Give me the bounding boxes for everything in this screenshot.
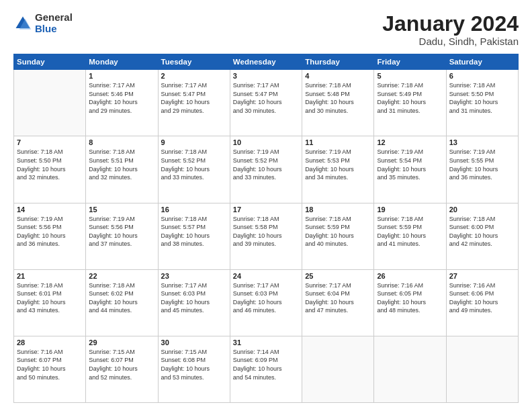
calendar-cell: 13Sunrise: 7:19 AM Sunset: 5:55 PM Dayli… [446, 136, 518, 203]
day-number: 31 [233, 338, 299, 347]
calendar-cell: 22Sunrise: 7:18 AM Sunset: 6:02 PM Dayli… [86, 269, 158, 336]
calendar-week-row: 14Sunrise: 7:19 AM Sunset: 5:56 PM Dayli… [14, 203, 519, 269]
day-info: Sunrise: 7:19 AM Sunset: 5:52 PM Dayligh… [233, 148, 299, 181]
day-number: 9 [161, 138, 227, 146]
calendar-title: January 2024 [382, 12, 519, 36]
day-number: 8 [89, 138, 154, 146]
day-info: Sunrise: 7:15 AM Sunset: 6:07 PM Dayligh… [89, 348, 154, 381]
day-info: Sunrise: 7:19 AM Sunset: 5:54 PM Dayligh… [377, 148, 443, 181]
calendar-cell: 15Sunrise: 7:19 AM Sunset: 5:56 PM Dayli… [86, 203, 158, 269]
calendar-header-row: SundayMondayTuesdayWednesdayThursdayFrid… [14, 54, 519, 70]
day-info: Sunrise: 7:18 AM Sunset: 5:48 PM Dayligh… [305, 81, 371, 115]
calendar-cell: 19Sunrise: 7:18 AM Sunset: 5:59 PM Dayli… [374, 203, 446, 269]
calendar-location: Dadu, Sindh, Pakistan [382, 36, 519, 47]
calendar-cell: 10Sunrise: 7:19 AM Sunset: 5:52 PM Dayli… [230, 136, 302, 203]
calendar-cell: 1Sunrise: 7:17 AM Sunset: 5:46 PM Daylig… [86, 70, 158, 136]
day-info: Sunrise: 7:18 AM Sunset: 5:59 PM Dayligh… [377, 215, 443, 248]
day-number: 26 [377, 272, 443, 280]
day-number: 21 [17, 272, 83, 280]
calendar-cell [446, 336, 518, 402]
day-info: Sunrise: 7:17 AM Sunset: 5:46 PM Dayligh… [89, 81, 154, 115]
day-info: Sunrise: 7:17 AM Sunset: 5:47 PM Dayligh… [233, 81, 299, 115]
calendar-cell: 24Sunrise: 7:17 AM Sunset: 6:03 PM Dayli… [230, 269, 302, 336]
calendar-header-monday: Monday [86, 54, 158, 70]
day-info: Sunrise: 7:19 AM Sunset: 5:53 PM Dayligh… [305, 148, 371, 181]
day-number: 4 [305, 72, 371, 80]
day-number: 10 [233, 138, 299, 146]
calendar-cell: 7Sunrise: 7:18 AM Sunset: 5:50 PM Daylig… [14, 136, 86, 203]
calendar-cell [14, 70, 86, 136]
logo-blue-text: Blue [35, 24, 73, 35]
day-number: 13 [449, 138, 515, 146]
calendar-cell: 4Sunrise: 7:18 AM Sunset: 5:48 PM Daylig… [302, 70, 374, 136]
day-number: 28 [17, 338, 83, 347]
day-number: 16 [161, 205, 227, 214]
calendar-cell: 27Sunrise: 7:16 AM Sunset: 6:06 PM Dayli… [446, 269, 518, 336]
day-number: 6 [449, 72, 515, 80]
day-info: Sunrise: 7:18 AM Sunset: 5:50 PM Dayligh… [17, 148, 83, 181]
day-number: 12 [377, 138, 443, 146]
day-info: Sunrise: 7:16 AM Sunset: 6:07 PM Dayligh… [17, 348, 83, 381]
calendar-week-row: 7Sunrise: 7:18 AM Sunset: 5:50 PM Daylig… [14, 136, 519, 203]
day-number: 7 [17, 138, 83, 146]
day-info: Sunrise: 7:18 AM Sunset: 5:58 PM Dayligh… [233, 215, 299, 248]
day-info: Sunrise: 7:16 AM Sunset: 6:05 PM Dayligh… [377, 281, 443, 315]
calendar-cell: 12Sunrise: 7:19 AM Sunset: 5:54 PM Dayli… [374, 136, 446, 203]
calendar-header-saturday: Saturday [446, 54, 518, 70]
day-number: 11 [305, 138, 371, 146]
calendar-week-row: 1Sunrise: 7:17 AM Sunset: 5:46 PM Daylig… [14, 70, 519, 136]
day-info: Sunrise: 7:16 AM Sunset: 6:06 PM Dayligh… [449, 281, 515, 315]
day-info: Sunrise: 7:18 AM Sunset: 5:50 PM Dayligh… [449, 81, 515, 115]
day-info: Sunrise: 7:14 AM Sunset: 6:09 PM Dayligh… [233, 348, 299, 381]
day-info: Sunrise: 7:18 AM Sunset: 5:59 PM Dayligh… [305, 215, 371, 248]
calendar-cell: 9Sunrise: 7:18 AM Sunset: 5:52 PM Daylig… [158, 136, 230, 203]
title-block: January 2024 Dadu, Sindh, Pakistan [382, 12, 519, 47]
logo-text: General Blue [35, 12, 73, 34]
calendar-cell: 17Sunrise: 7:18 AM Sunset: 5:58 PM Dayli… [230, 203, 302, 269]
calendar-cell: 8Sunrise: 7:18 AM Sunset: 5:51 PM Daylig… [86, 136, 158, 203]
calendar-table: SundayMondayTuesdayWednesdayThursdayFrid… [13, 54, 519, 403]
calendar-cell: 29Sunrise: 7:15 AM Sunset: 6:07 PM Dayli… [86, 336, 158, 402]
day-number: 1 [89, 72, 154, 80]
calendar-header-sunday: Sunday [14, 54, 86, 70]
calendar-cell: 28Sunrise: 7:16 AM Sunset: 6:07 PM Dayli… [14, 336, 86, 402]
day-number: 20 [449, 205, 515, 214]
day-number: 27 [449, 272, 515, 280]
day-number: 22 [89, 272, 154, 280]
calendar-cell: 3Sunrise: 7:17 AM Sunset: 5:47 PM Daylig… [230, 70, 302, 136]
day-info: Sunrise: 7:18 AM Sunset: 5:49 PM Dayligh… [377, 81, 443, 115]
day-info: Sunrise: 7:15 AM Sunset: 6:08 PM Dayligh… [161, 348, 227, 381]
day-info: Sunrise: 7:18 AM Sunset: 5:57 PM Dayligh… [161, 215, 227, 248]
day-number: 24 [233, 272, 299, 280]
calendar-cell: 11Sunrise: 7:19 AM Sunset: 5:53 PM Dayli… [302, 136, 374, 203]
page: General Blue January 2024 Dadu, Sindh, P… [0, 0, 532, 411]
day-info: Sunrise: 7:18 AM Sunset: 6:00 PM Dayligh… [449, 215, 515, 248]
day-number: 19 [377, 205, 443, 214]
day-number: 23 [161, 272, 227, 280]
day-info: Sunrise: 7:17 AM Sunset: 5:47 PM Dayligh… [161, 81, 227, 115]
calendar-cell: 26Sunrise: 7:16 AM Sunset: 6:05 PM Dayli… [374, 269, 446, 336]
logo-general-text: General [35, 12, 73, 24]
day-number: 14 [17, 205, 83, 214]
calendar-cell [302, 336, 374, 402]
day-number: 17 [233, 205, 299, 214]
day-info: Sunrise: 7:17 AM Sunset: 6:04 PM Dayligh… [305, 281, 371, 315]
logo-icon [13, 14, 32, 33]
calendar-cell: 16Sunrise: 7:18 AM Sunset: 5:57 PM Dayli… [158, 203, 230, 269]
day-info: Sunrise: 7:18 AM Sunset: 6:01 PM Dayligh… [17, 281, 83, 315]
day-info: Sunrise: 7:18 AM Sunset: 5:52 PM Dayligh… [161, 148, 227, 181]
day-number: 15 [89, 205, 154, 214]
calendar-header-wednesday: Wednesday [230, 54, 302, 70]
calendar-cell: 31Sunrise: 7:14 AM Sunset: 6:09 PM Dayli… [230, 336, 302, 402]
day-info: Sunrise: 7:17 AM Sunset: 6:03 PM Dayligh… [161, 281, 227, 315]
day-number: 2 [161, 72, 227, 80]
calendar-cell: 30Sunrise: 7:15 AM Sunset: 6:08 PM Dayli… [158, 336, 230, 402]
day-number: 29 [89, 338, 154, 347]
calendar-cell: 21Sunrise: 7:18 AM Sunset: 6:01 PM Dayli… [14, 269, 86, 336]
day-number: 5 [377, 72, 443, 80]
day-info: Sunrise: 7:18 AM Sunset: 6:02 PM Dayligh… [89, 281, 154, 315]
day-info: Sunrise: 7:18 AM Sunset: 5:51 PM Dayligh… [89, 148, 154, 181]
calendar-header-thursday: Thursday [302, 54, 374, 70]
header: General Blue January 2024 Dadu, Sindh, P… [13, 12, 519, 47]
calendar-cell: 5Sunrise: 7:18 AM Sunset: 5:49 PM Daylig… [374, 70, 446, 136]
